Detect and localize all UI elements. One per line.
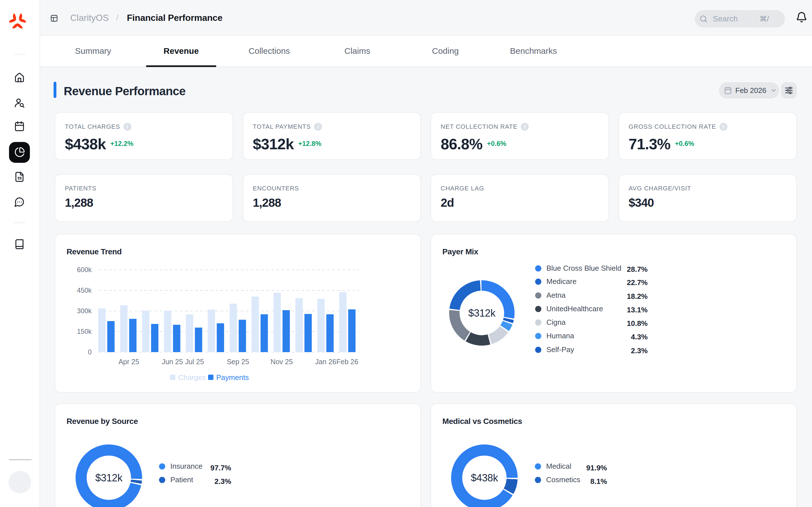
svg-text:Jun 25: Jun 25 [162,358,183,365]
svg-text:0: 0 [88,348,92,356]
svg-text:300k: 300k [77,307,92,315]
svg-text:Feb 26: Feb 26 [336,358,358,365]
svg-text:Jul 25: Jul 25 [185,358,204,365]
svg-text:Charges: Charges [178,373,206,382]
svg-text:Nov 25: Nov 25 [270,358,293,365]
svg-text:150k: 150k [77,328,92,335]
svg-text:600k: 600k [77,266,92,274]
svg-text:Jan 26: Jan 26 [315,358,336,365]
svg-text:Apr 25: Apr 25 [118,358,139,365]
svg-text:Sep 25: Sep 25 [227,358,249,365]
svg-text:Payments: Payments [216,373,249,382]
svg-text:450k: 450k [77,286,92,294]
